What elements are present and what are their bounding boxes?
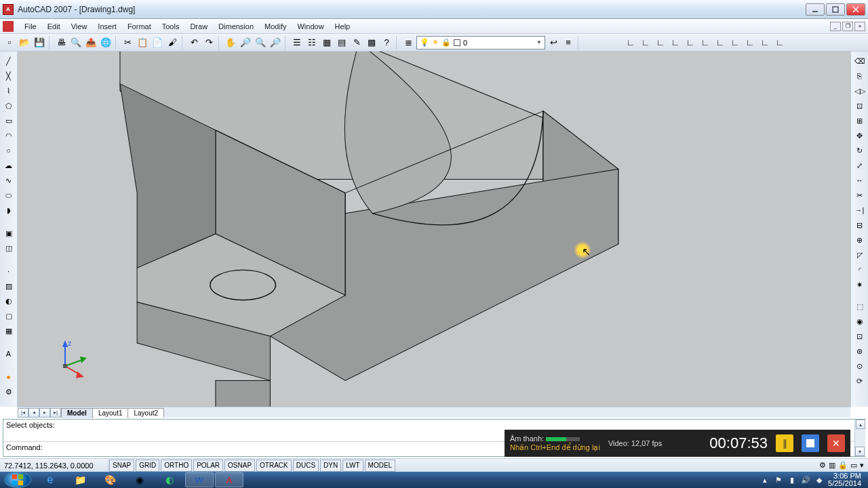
ucs-z-button[interactable]: ∟ [713, 36, 727, 49]
minimize-button[interactable] [806, 3, 825, 16]
pan-button[interactable]: ✋ [224, 36, 237, 49]
spline-tool[interactable]: ∿ [2, 174, 16, 187]
grid-toggle[interactable]: GRID [136, 460, 159, 472]
3d-align-tool[interactable]: ⊡ [853, 329, 867, 343]
extend-tool[interactable]: →| [853, 203, 867, 217]
tray-network-icon[interactable]: ▮ [787, 475, 797, 485]
break-tool[interactable]: ⊟ [853, 218, 867, 232]
mirror-tool[interactable]: ◁▷ [853, 84, 867, 98]
array-tool[interactable]: ⊞ [853, 114, 867, 127]
offset-tool[interactable]: ⊡ [853, 99, 867, 113]
recorder-close-button[interactable]: ✕ [827, 434, 845, 452]
polar-toggle[interactable]: POLAR [193, 460, 223, 472]
menu-insert[interactable]: Insert [92, 21, 122, 32]
undo-button[interactable]: ↶ [187, 36, 201, 49]
table-tool[interactable]: ▦ [2, 324, 16, 338]
menu-window[interactable]: Window [292, 21, 329, 32]
plot-preview-button[interactable]: 🔍 [69, 36, 83, 49]
move-tool[interactable]: ✥ [853, 129, 867, 142]
taskbar-chrome[interactable]: ◉ [125, 472, 154, 487]
copy-button[interactable]: 📋 [136, 36, 149, 49]
ellipse-tool[interactable]: ⬭ [2, 188, 16, 202]
ucs-object-button[interactable]: ∟ [654, 36, 667, 49]
ucs-world-button[interactable]: ∟ [639, 36, 652, 49]
new-button[interactable]: ▫ [3, 36, 16, 49]
recorder-pause-button[interactable]: ∥ [776, 434, 793, 452]
design-center-button[interactable]: ☷ [305, 36, 319, 49]
copy-tool[interactable]: ⎘ [853, 69, 867, 83]
otrack-toggle[interactable]: OTRACK [256, 460, 292, 472]
region-tool[interactable]: ▢ [2, 309, 16, 323]
erase-tool[interactable]: ⌫ [853, 54, 867, 68]
tab-scroll-first[interactable]: |◂ [18, 408, 28, 418]
status-tray-icon[interactable]: ⚙ [819, 461, 826, 470]
zoom-window-button[interactable]: 🔍 [254, 36, 267, 49]
stretch-tool[interactable]: ↔ [853, 174, 867, 187]
trim-tool[interactable]: ✂ [853, 188, 867, 202]
redo-button[interactable]: ↷ [202, 36, 216, 49]
insert-block-tool[interactable]: ▣ [2, 226, 16, 240]
save-button[interactable]: 💾 [33, 36, 46, 49]
osnap-toggle[interactable]: OSNAP [224, 460, 255, 472]
menu-dimension[interactable]: Dimension [213, 21, 259, 32]
cut-button[interactable]: ✂ [121, 36, 134, 49]
menu-modify[interactable]: Modify [259, 21, 292, 32]
dashboard-tool[interactable]: ⚙ [2, 385, 16, 399]
tab-layout2[interactable]: Layout2 [127, 408, 164, 418]
rectangle-tool[interactable]: ▭ [2, 114, 16, 127]
status-tray-chevron-icon[interactable]: ▾ [860, 461, 864, 470]
chamfer-tool[interactable]: ◸ [853, 248, 867, 262]
tab-model[interactable]: Model [61, 408, 93, 418]
mtext-tool[interactable]: A [2, 347, 16, 361]
drawing-canvas[interactable]: z ↖ [18, 52, 850, 407]
snap-toggle[interactable]: SNAP [109, 460, 134, 472]
zoom-realtime-button[interactable]: 🔎 [239, 36, 252, 49]
markup-button[interactable]: ✎ [350, 36, 363, 49]
point-tool[interactable]: · [2, 264, 16, 278]
construction-line-tool[interactable]: ╳ [2, 69, 16, 83]
layer-previous-button[interactable]: ↩ [547, 36, 560, 49]
scale-tool[interactable]: ⤢ [853, 159, 867, 172]
status-tray-icon[interactable]: ▭ [850, 461, 857, 470]
plot-button[interactable]: 🖶 [54, 36, 68, 49]
explode-tool[interactable]: ✷ [853, 278, 867, 291]
gradient-tool[interactable]: ◐ [2, 294, 16, 308]
quickcalc-button[interactable]: ▩ [365, 36, 378, 49]
ucs-x-button[interactable]: ∟ [743, 36, 757, 49]
revision-cloud-tool[interactable]: ☁ [2, 159, 16, 172]
status-tray-icon[interactable]: ▥ [829, 461, 835, 470]
sheet-set-button[interactable]: ▤ [335, 36, 349, 49]
ducs-toggle[interactable]: DUCS [293, 460, 319, 472]
layer-manager-button[interactable]: ≣ [401, 36, 415, 49]
ucs-y-button[interactable]: ∟ [758, 36, 772, 49]
ellipse-arc-tool[interactable]: ◗ [2, 203, 16, 217]
menu-edit[interactable]: Edit [42, 21, 66, 32]
3d-move-tool[interactable]: ⬚ [853, 300, 867, 313]
tab-layout1[interactable]: Layout1 [92, 408, 129, 418]
menu-file[interactable]: File [19, 21, 42, 32]
mdi-close-button[interactable]: × [854, 22, 865, 31]
taskbar-word[interactable]: W [185, 472, 214, 487]
tab-scroll-last[interactable]: ▸| [50, 408, 61, 418]
polyline-tool[interactable]: ⌇ [2, 84, 16, 98]
open-button[interactable]: 📂 [18, 36, 31, 49]
tab-scroll-next[interactable]: ▸ [39, 408, 50, 418]
line-tool[interactable]: ╱ [2, 54, 16, 68]
tray-flag-icon[interactable]: ⚑ [774, 475, 783, 485]
taskbar-explorer[interactable]: 📁 [66, 472, 94, 487]
taskbar-app[interactable]: ◐ [155, 472, 184, 487]
paste-button[interactable]: 📄 [151, 36, 164, 49]
polygon-tool[interactable]: ⬠ [2, 99, 16, 113]
ucs-view-button[interactable]: ∟ [684, 36, 697, 49]
recorder-stop-button[interactable] [802, 434, 819, 452]
help-button[interactable]: ? [380, 36, 393, 49]
ucs-button[interactable]: ∟ [624, 36, 637, 49]
menu-draw[interactable]: Draw [184, 21, 213, 32]
mdi-minimize-button[interactable]: _ [830, 22, 841, 31]
menu-view[interactable]: View [66, 21, 93, 32]
status-tray-icon[interactable]: 🔒 [838, 461, 848, 470]
lwt-toggle[interactable]: LWT [342, 460, 363, 472]
zoom-previous-button[interactable]: 🔎 [269, 36, 282, 49]
maximize-button[interactable] [826, 3, 845, 16]
3d-rotate-tool[interactable]: ◉ [853, 314, 867, 328]
